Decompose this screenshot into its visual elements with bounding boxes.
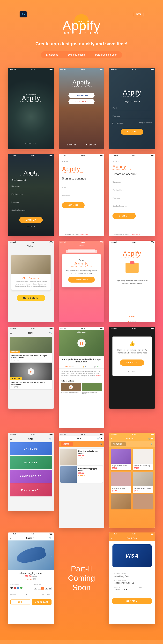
app-subtitle: MOBILE APP UI KIT	[71, 85, 92, 87]
see-now-button[interactable]: SEE NOW	[120, 360, 144, 366]
menu-icon[interactable]	[10, 437, 12, 440]
confirm-password-field[interactable]	[12, 208, 50, 213]
username-field[interactable]	[12, 184, 50, 189]
filter-tab[interactable]: TRENDING ▾	[111, 442, 126, 446]
download-button[interactable]: DOWNLOAD	[68, 277, 95, 282]
product-card[interactable]: Embroidered Casual Top$75.90	[133, 449, 153, 470]
email-field[interactable]	[112, 106, 152, 111]
screen-slides: Bell01:26 Slides⋮ ● ● ○ ○ ○ ○ Office Sho…	[8, 241, 54, 322]
more-link[interactable]: More »	[96, 375, 101, 376]
category-laptops[interactable]: LAPTOPS	[10, 442, 52, 455]
related-video[interactable]: ▶Aliquam mattis, erat a consequat sit	[61, 383, 81, 394]
remember-checkbox[interactable]: Remember	[112, 122, 124, 124]
signup-button[interactable]: SIGN UP	[112, 213, 136, 219]
search-icon[interactable]: 🔍	[49, 332, 52, 334]
app-subtitle: MOBILE APP UI KIT	[121, 256, 143, 258]
pause-button[interactable]: ❚❚	[78, 339, 86, 347]
likes-count[interactable]: 👍 55	[82, 366, 86, 368]
quantity-stepper[interactable]: −1+	[24, 593, 34, 596]
more-details-toggle[interactable]: More Details ▾	[42, 594, 52, 595]
screen-signin-dark: Bell01:26 Appify MOBILE APP UI KIT Sing …	[109, 68, 155, 149]
product-list-item[interactable]: Hipster morning jogging shoes$55.00★★★★☆	[60, 466, 103, 482]
app-logo: Appify	[121, 89, 143, 96]
email-field[interactable]	[12, 192, 50, 197]
forgot-link[interactable]: Forgot Password	[139, 122, 152, 124]
search-icon[interactable]: 🔍	[150, 443, 153, 445]
screen-video-detail: Bell01:26 Watch Video ❚❚ Morbi pellentes…	[59, 327, 104, 428]
screen-shop-categories: Bell01:26 Shop🛒 LAPTOPS MOBILES ACCESSOR…	[8, 433, 54, 511]
username-field[interactable]	[112, 180, 152, 185]
skip-button[interactable]: SKIP	[112, 316, 152, 318]
cart-icon[interactable]: 🛒	[49, 537, 52, 539]
filter-tab[interactable]: LATEST ▾	[61, 442, 73, 446]
password-field[interactable]	[12, 200, 50, 205]
page-title: Women	[126, 437, 134, 440]
menu-icon[interactable]	[10, 331, 12, 334]
search-icon[interactable]: 🔍	[100, 443, 102, 445]
category-menswear[interactable]: MEN'S WEAR	[10, 484, 52, 496]
grid-icon[interactable]: ⊞	[100, 437, 102, 440]
product-card[interactable]: Purple Shotless Dress$55.00	[111, 449, 132, 470]
add-to-cart-button[interactable]: ADD TO CART	[32, 599, 52, 605]
product-card[interactable]: Poncho for Women$35.00	[111, 472, 132, 493]
menu-icon[interactable]: ⋮	[50, 245, 52, 247]
signin-link[interactable]: SIGN IN	[67, 144, 76, 146]
more-details-button[interactable]: More Details	[17, 295, 45, 301]
product-list-item[interactable]: Dicky bow and waist coat combo$55.00★★★★…	[60, 449, 103, 465]
confirm-button[interactable]: CONFIRM	[112, 598, 152, 604]
cardholder-name[interactable]: John Henry Doe	[114, 575, 150, 578]
back-icon[interactable]: ‹	[111, 437, 112, 440]
size-selector[interactable]: 678910	[34, 586, 52, 590]
facebook-button[interactable]: fFACEBOOK	[68, 93, 94, 98]
back-link[interactable]: ← Back	[62, 160, 101, 162]
cart-icon[interactable]: 🛒	[49, 438, 52, 440]
next-icon[interactable]: ›	[51, 555, 52, 558]
ccv-field[interactable]: ?	[139, 588, 150, 591]
signin-button[interactable]: SIGN IN	[62, 202, 84, 208]
like-button[interactable]: LIKE	[10, 599, 30, 605]
category-mobiles[interactable]: MOBILES	[10, 456, 52, 469]
screen-onboard-skip: Bell01:26 Appify MOBILE APP UI KIT High-…	[109, 241, 155, 322]
product-image	[111, 449, 132, 464]
play-icon[interactable]: ▶	[28, 368, 34, 375]
signup-button[interactable]: SIGN UP	[19, 217, 42, 223]
signup-link[interactable]: SIGN UP	[86, 144, 96, 146]
back-icon[interactable]: ‹	[61, 437, 61, 440]
no-thanks-link[interactable]: No Thanks	[116, 370, 148, 372]
confirm-password-field[interactable]	[112, 204, 152, 209]
password-field[interactable]	[62, 193, 101, 198]
list-icon[interactable]: ☰	[151, 437, 153, 440]
google-button[interactable]: G+GOOGLE	[68, 99, 94, 104]
back-icon[interactable]: ‹	[10, 537, 11, 539]
page-title: Slides	[27, 245, 33, 247]
product-card[interactable]	[133, 494, 153, 509]
news-card[interactable]: BUSINESS Nunc laoreet lorem a sem auctor…	[10, 337, 52, 362]
cart-icon[interactable]: 🛒	[97, 437, 100, 440]
email-field[interactable]	[112, 188, 152, 193]
related-video[interactable]: Fila purus rutrum porta sit sen consequa…	[82, 383, 102, 394]
signin-link[interactable]: SIGN IN	[26, 226, 36, 228]
product-card[interactable]	[111, 494, 132, 509]
back-link[interactable]: ← Back	[112, 160, 152, 162]
cart-icon[interactable]: 🛒	[148, 437, 150, 440]
signin-link[interactable]: Sign in now	[132, 234, 140, 236]
expiry-field[interactable]: Sep ▾ 2020 ▾	[114, 588, 136, 591]
back-icon[interactable]: ‹	[111, 537, 112, 540]
screen-men-list: Bell01:26 ‹Men🛒 ⊞ LATEST ▾🔍 Dicky bow an…	[59, 433, 104, 528]
product-card[interactable]: High heel fashion footwear$95.00	[133, 472, 153, 493]
prev-icon[interactable]: ‹	[10, 555, 10, 558]
onboard-description: High-quality, clean and sharp templates …	[65, 270, 98, 275]
password-field[interactable]	[112, 196, 152, 201]
signup-link[interactable]: Sign up now	[80, 234, 88, 236]
signin-button[interactable]: SIGN IN	[121, 129, 144, 135]
comments-count[interactable]: 💬 987	[94, 366, 98, 368]
password-field[interactable]	[112, 114, 152, 119]
category-accessories[interactable]: ACCESSORIES	[10, 470, 52, 483]
slide-card[interactable]: Office Showcase Fusce at nunc libero. Na…	[12, 255, 50, 290]
email-field[interactable]	[62, 185, 101, 190]
news-card[interactable]: ▶TECHNOLOGY Nunc laoreet lorem a sem auc…	[10, 364, 52, 389]
color-selector[interactable]	[10, 586, 22, 589]
pagination-dots	[112, 321, 152, 322]
card-number[interactable]: 1234-5678-9012-3456	[114, 582, 150, 584]
page-title: News	[28, 332, 34, 334]
